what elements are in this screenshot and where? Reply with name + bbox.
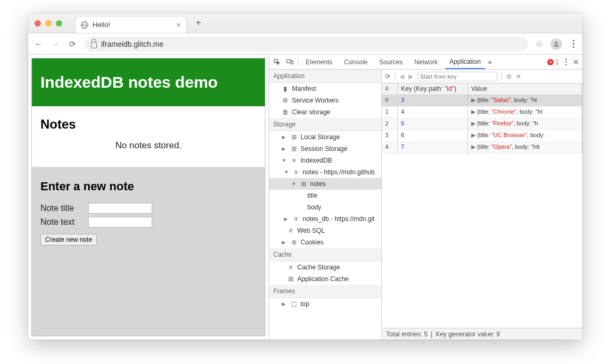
svg-rect-1: [287, 60, 291, 63]
sidebar-heading-storage: Storage: [269, 118, 381, 131]
lock-icon: [91, 42, 97, 48]
kv-statusbar: Total entries: 5 | Key generator value: …: [382, 328, 582, 340]
devtools-tabbar: Elements Console Sources Network Applica…: [269, 55, 582, 70]
refresh-icon[interactable]: ⟳: [385, 73, 390, 80]
table-icon: ⊞: [300, 181, 307, 188]
delete-icon[interactable]: ✕: [516, 73, 521, 80]
close-window-icon[interactable]: [35, 20, 41, 27]
sidebar-item-field-title[interactable]: title: [269, 190, 381, 201]
kv-row[interactable]: 14▶{title: "Chrome", body: "ht: [382, 107, 582, 118]
sidebar-item-clear-storage[interactable]: 🗑Clear storage: [269, 106, 381, 118]
notes-section: Notes No notes stored.: [32, 106, 265, 167]
chevron-down-icon[interactable]: ▼: [282, 158, 287, 163]
profile-avatar-icon[interactable]: [550, 38, 562, 50]
keyvalue-pane: ⟳ ◀ ▶ ⊘ ✕ # Key (Key path: "id") Value: [382, 70, 582, 340]
database-icon: ≡: [287, 264, 294, 271]
sidebar-item-top-frame[interactable]: ▶▢top: [269, 298, 381, 310]
svg-rect-2: [291, 61, 293, 64]
table-icon: ⊞: [290, 134, 297, 141]
tab-network[interactable]: Network: [410, 55, 442, 69]
chevron-right-icon[interactable]: ▶: [282, 134, 287, 140]
sidebar-heading-cache: Cache: [269, 248, 381, 261]
sidebar-item-store-notes[interactable]: ▼⊞notes: [269, 178, 381, 190]
content-area: IndexedDB notes demo Notes No notes stor…: [28, 55, 582, 340]
note-title-label: Note title: [40, 204, 88, 213]
browser-tab[interactable]: Hello! ×: [75, 16, 187, 33]
forward-icon[interactable]: →: [51, 39, 60, 48]
address-bar: ← → ⟳ iframeidb.glitch.me ☆: [28, 33, 582, 55]
sidebar-item-websql[interactable]: ≡Web SQL: [269, 225, 381, 236]
more-tabs-icon[interactable]: »: [488, 58, 492, 66]
chevron-right-icon[interactable]: ▶: [282, 240, 287, 245]
sidebar-item-cache-storage[interactable]: ≡Cache Storage: [269, 261, 381, 273]
sidebar-item-field-body[interactable]: body: [269, 201, 381, 213]
manifest-icon: ▮: [282, 86, 289, 92]
url-text: iframeidb.glitch.me: [101, 40, 164, 48]
sidebar-item-session-storage[interactable]: ▶⊞Session Storage: [269, 143, 381, 155]
sidebar-heading-frames: Frames: [269, 285, 381, 298]
sidebar-item-db-notesdb[interactable]: ▶≡notes_db - https://mdn.git: [269, 213, 381, 225]
sidebar-item-manifest[interactable]: ▮Manifest: [269, 83, 381, 95]
back-icon[interactable]: ←: [34, 39, 43, 48]
reload-icon[interactable]: ⟳: [68, 39, 77, 49]
titlebar: Hello! × +: [28, 13, 582, 33]
zoom-window-icon[interactable]: [56, 20, 62, 27]
kv-row[interactable]: 47▶{title: "Opera", body: "htt: [382, 142, 582, 154]
sidebar-item-cookies[interactable]: ▶⊛Cookies: [269, 236, 381, 248]
sidebar-item-db-notes[interactable]: ▼≡notes - https://mdn.github: [269, 166, 381, 178]
chevron-right-icon[interactable]: ▶: [284, 216, 289, 222]
chevron-down-icon[interactable]: ▼: [284, 170, 289, 175]
kv-rows: 03▶{title: "Safari", body: "ht14▶{title:…: [382, 95, 582, 328]
error-badge[interactable]: ×1: [547, 58, 559, 66]
database-icon: ≡: [293, 169, 299, 176]
prev-page-icon[interactable]: ◀: [399, 73, 404, 80]
note-text-input[interactable]: [88, 217, 152, 227]
no-notes-text: No notes stored.: [40, 140, 256, 151]
sidebar-item-service-workers[interactable]: ⚙Service Workers: [269, 95, 381, 106]
cookie-icon: ⊛: [290, 239, 297, 246]
tab-title: Hello!: [93, 21, 110, 29]
close-tab-icon[interactable]: ×: [177, 21, 181, 29]
sidebar-item-indexeddb[interactable]: ▼≡IndexedDB: [269, 155, 381, 166]
device-toolbar-icon[interactable]: [285, 57, 295, 67]
frame-icon: ▢: [290, 301, 297, 308]
devtools-menu-icon[interactable]: [563, 58, 569, 65]
kv-row[interactable]: 25▶{title: "Firefox", body: "h: [382, 118, 582, 130]
col-value: Value: [468, 83, 582, 95]
inspect-element-icon[interactable]: [272, 57, 282, 67]
chevron-right-icon[interactable]: ▶: [282, 301, 287, 307]
minimize-window-icon[interactable]: [45, 20, 52, 27]
bookmark-star-icon[interactable]: ☆: [536, 39, 543, 49]
application-sidebar: Application ▮Manifest ⚙Service Workers 🗑…: [269, 70, 382, 340]
form-heading: Enter a new note: [40, 180, 256, 193]
browser-menu-icon[interactable]: [570, 40, 577, 48]
sidebar-heading-application: Application: [269, 70, 381, 83]
table-icon: ⊞: [290, 146, 297, 153]
chevron-right-icon[interactable]: ▶: [282, 146, 287, 151]
gear-icon: ⚙: [282, 97, 289, 104]
devtools-panel: Elements Console Sources Network Applica…: [269, 55, 582, 340]
tab-sources[interactable]: Sources: [375, 55, 407, 69]
kv-row[interactable]: 36▶{title: "UC Browser", body:: [382, 130, 582, 142]
sidebar-item-application-cache[interactable]: ⊞Application Cache: [269, 273, 381, 285]
create-note-button[interactable]: Create new note: [40, 234, 97, 246]
tab-elements[interactable]: Elements: [302, 55, 337, 69]
page-title: IndexedDB notes demo: [32, 58, 265, 106]
database-icon: ≡: [290, 157, 297, 164]
tab-application[interactable]: Application: [445, 55, 485, 69]
traffic-lights: [35, 20, 62, 27]
note-text-label: Note text: [40, 217, 88, 227]
error-icon: ×: [547, 59, 554, 65]
kv-row[interactable]: 03▶{title: "Safari", body: "ht: [382, 95, 582, 107]
page-viewport: IndexedDB notes demo Notes No notes stor…: [28, 55, 269, 340]
note-title-input[interactable]: [88, 203, 152, 214]
clear-icon[interactable]: ⊘: [506, 73, 512, 80]
new-tab-button[interactable]: +: [191, 18, 206, 29]
tab-console[interactable]: Console: [340, 55, 372, 69]
omnibox[interactable]: iframeidb.glitch.me: [85, 37, 528, 52]
chevron-down-icon[interactable]: ▼: [291, 181, 297, 187]
next-page-icon[interactable]: ▶: [408, 73, 413, 80]
sidebar-item-local-storage[interactable]: ▶⊞Local Storage: [269, 131, 381, 143]
close-devtools-icon[interactable]: ✕: [573, 58, 579, 66]
start-key-input[interactable]: [417, 72, 497, 81]
